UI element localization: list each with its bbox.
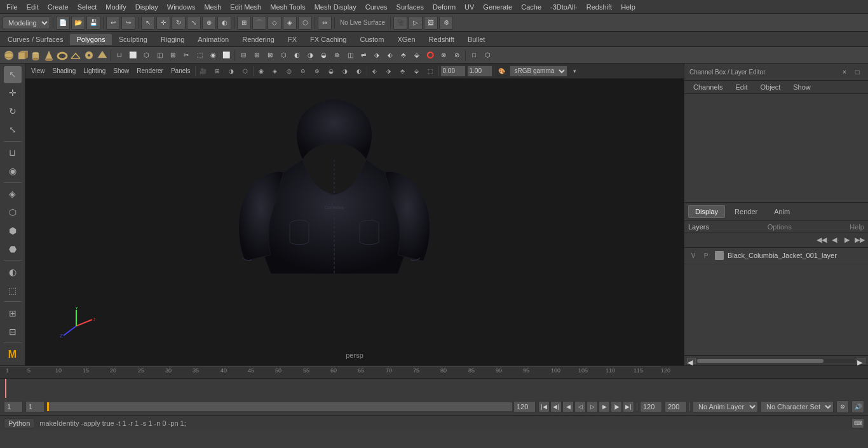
lasso-tool-btn[interactable]: ⊔	[4, 144, 22, 161]
vp-view-menu[interactable]: View	[28, 67, 48, 75]
vp-shadow-btn[interactable]: ◑	[225, 65, 238, 78]
menu-generate[interactable]: Generate	[479, 2, 516, 12]
menu-editmesh[interactable]: Edit Mesh	[226, 2, 265, 12]
anim-layer-select[interactable]: No Anim Layer	[693, 401, 758, 412]
isolate-select-btn[interactable]: ⊟	[4, 323, 22, 340]
tab-redshift[interactable]: Redshift	[423, 34, 461, 45]
timeline[interactable]: // Rendered inline in SVG via JS below 1…	[0, 365, 868, 397]
next-frame-btn[interactable]: ▶	[599, 401, 610, 412]
vp-shader-btn3[interactable]: ◎	[283, 65, 295, 78]
mesh-display-btn5[interactable]: ◐	[290, 49, 303, 62]
mode-selector[interactable]: Modeling	[3, 17, 50, 29]
menu-surfaces[interactable]: Surfaces	[393, 2, 428, 12]
vp-x-input[interactable]	[440, 65, 466, 77]
scale-tool-btn[interactable]: ⤡	[4, 121, 22, 139]
tab-xgen[interactable]: XGen	[391, 34, 421, 45]
edge-mode-btn[interactable]: ⬡	[4, 204, 22, 221]
vertex-mode-btn[interactable]: ◈	[4, 186, 22, 203]
go-end-btn[interactable]: ▶|	[623, 401, 634, 412]
rp-show-btn[interactable]: Show	[788, 82, 816, 92]
frame-start-input[interactable]	[4, 401, 23, 412]
vp-colorspace-arrow[interactable]: ▾	[569, 65, 581, 78]
mesh-display-btn1[interactable]: ⊟	[237, 49, 250, 62]
vp-show-menu[interactable]: Show	[110, 67, 132, 75]
extrude-btn[interactable]: ⬜	[126, 49, 139, 62]
viewport[interactable]: View Shading Lighting Show Renderer Pane…	[25, 64, 684, 365]
cylinder-btn[interactable]	[29, 49, 42, 62]
weight-btn[interactable]: ⊘	[451, 49, 463, 62]
vp-colorspace-select[interactable]: sRGB gamma	[510, 65, 567, 77]
render-settings-btn[interactable]: ⚙	[439, 16, 453, 30]
vp-cam-btn[interactable]: 🎥	[197, 65, 210, 78]
bridge-btn[interactable]: ⬡	[140, 49, 153, 62]
mesh-display-btn4[interactable]: ⬡	[277, 49, 290, 62]
menu-display[interactable]: Display	[132, 2, 162, 12]
mesh-display-btn7[interactable]: ◒	[317, 49, 330, 62]
tab-custom[interactable]: Custom	[354, 34, 391, 45]
script-editor-btn[interactable]: ⌨	[851, 418, 864, 428]
face-mode-btn[interactable]: ⬢	[4, 222, 22, 240]
menu-edit[interactable]: Edit	[23, 2, 43, 12]
maya-logo-btn[interactable]: M	[4, 346, 22, 363]
vp-extra-btn4[interactable]: ⬙	[410, 65, 423, 78]
vp-dof-btn[interactable]: ◐	[353, 65, 365, 78]
vp-extra-btn3[interactable]: ⬘	[397, 65, 409, 78]
vp-extra-btn2[interactable]: ⬗	[383, 65, 395, 78]
playback-end-input[interactable]	[640, 401, 662, 412]
soft-select-btn[interactable]: ◐	[4, 263, 22, 280]
softmod-btn2[interactable]: ⬗	[370, 49, 383, 62]
timeline-playhead[interactable]	[5, 379, 6, 398]
open-btn[interactable]: 📂	[71, 16, 85, 30]
vp-ao-btn[interactable]: ◒	[325, 65, 337, 78]
menu-3dtoall[interactable]: -3DtoAll-	[546, 2, 581, 12]
universal-manipulator-btn[interactable]: ⊕	[202, 16, 216, 30]
layer-item[interactable]: V P Black_Columbia_Jacket_001_layer	[684, 248, 868, 264]
vp-shader-btn1[interactable]: ◉	[255, 65, 268, 78]
menu-modify[interactable]: Modify	[102, 2, 130, 12]
snap-live-btn[interactable]: ⬡	[298, 16, 312, 30]
mesh-display-btn8[interactable]: ⊕	[330, 49, 343, 62]
tab-bullet[interactable]: Bullet	[461, 34, 492, 45]
undo-btn[interactable]: ↩	[106, 16, 120, 30]
scale-btn[interactable]: ⤡	[187, 16, 201, 30]
cluster-btn[interactable]: ⬙	[410, 49, 423, 62]
go-start-btn[interactable]: |◀	[538, 401, 550, 412]
sculpt-btn[interactable]: ⬖	[384, 49, 397, 62]
char-set-select[interactable]: No Character Set	[761, 401, 834, 412]
frame-current-input[interactable]	[25, 401, 44, 412]
snap-point-btn[interactable]: ◇	[268, 16, 281, 30]
redo-btn[interactable]: ↪	[121, 16, 135, 30]
platonic-btn[interactable]	[96, 49, 109, 62]
vp-shader-btn4[interactable]: ⊙	[297, 65, 309, 78]
layer-prev-btn1[interactable]: ◀◀	[816, 234, 827, 246]
rp-channels-btn[interactable]: Channels	[688, 82, 728, 92]
soft-mod-btn[interactable]: ◐	[217, 16, 231, 30]
layer-prev-btn2[interactable]: ◀	[829, 234, 840, 246]
tab-rendering[interactable]: Rendering	[236, 34, 281, 45]
next-key-btn[interactable]: |▶	[611, 401, 622, 412]
cube-btn[interactable]	[16, 49, 29, 62]
uv-editor-btn[interactable]: ⬡	[481, 49, 494, 62]
vp-y-input[interactable]	[467, 65, 492, 77]
disk-btn[interactable]	[83, 49, 95, 62]
mesh-display-btn2[interactable]: ⊞	[250, 49, 263, 62]
layer-next-btn1[interactable]: ▶	[841, 234, 853, 246]
paint-select-btn[interactable]: ◉	[4, 163, 22, 180]
plane-btn[interactable]	[69, 49, 82, 62]
rp-display-tab[interactable]: Display	[688, 205, 725, 218]
rotate-btn[interactable]: ↻	[172, 16, 186, 30]
uv-mode-btn[interactable]: ⬣	[4, 241, 22, 258]
play-backward-btn[interactable]: ◁	[574, 401, 586, 412]
snap-curve-btn[interactable]: ⌒	[252, 16, 266, 30]
rp-close-btn[interactable]: ×	[839, 66, 850, 78]
snap-view-btn[interactable]: ⊞	[4, 304, 22, 322]
vp-wire-btn[interactable]: ⬡	[239, 65, 252, 78]
anim-settings-btn[interactable]: ⚙	[836, 400, 849, 413]
rotate-tool-btn[interactable]: ↻	[4, 103, 22, 120]
rp-render-tab[interactable]: Render	[728, 205, 764, 218]
move-btn[interactable]: ✛	[156, 16, 170, 30]
menu-curves[interactable]: Curves	[362, 2, 391, 12]
menu-meshdisplay[interactable]: Mesh Display	[311, 2, 360, 12]
sym-btn[interactable]: ⇔	[318, 16, 332, 30]
menu-help[interactable]: Help	[617, 2, 639, 12]
